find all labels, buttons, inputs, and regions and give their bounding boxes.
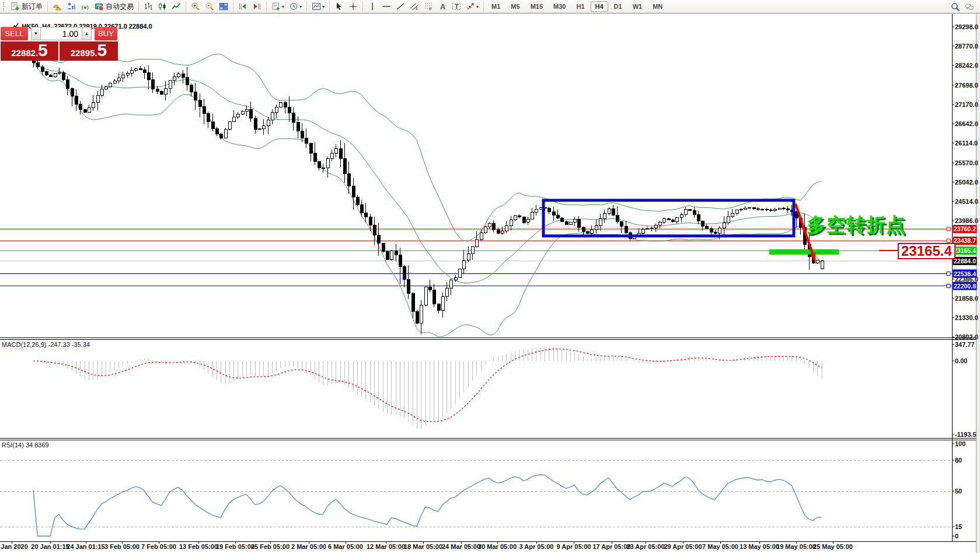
text-button[interactable]: A	[436, 1, 449, 12]
vline-button[interactable]	[366, 1, 379, 12]
volume-decrease-button[interactable]: ▼	[31, 27, 41, 40]
ask-price-big: 5	[97, 41, 107, 59]
hline-button[interactable]	[380, 1, 393, 12]
candle-chart-button[interactable]	[156, 1, 169, 12]
date-label: 17 Apr 05:00	[592, 543, 630, 550]
search-icon	[951, 2, 960, 12]
crosshair-icon	[348, 2, 358, 11]
date-label: 3 Feb 05:00	[104, 543, 139, 550]
line-chart-button[interactable]	[170, 1, 183, 12]
linechart-icon	[172, 2, 181, 11]
toolbar-separator	[138, 1, 139, 12]
date-label: 19 Feb 05:00	[216, 543, 254, 550]
templates-button[interactable]: ▾	[310, 1, 326, 12]
volume-input[interactable]: 1.00	[41, 27, 82, 40]
chart-shift-button[interactable]	[250, 1, 263, 12]
volume-increase-button[interactable]: ▲	[82, 27, 92, 40]
bar-chart-button[interactable]	[142, 1, 155, 12]
price-tick-label: 21858.0	[955, 295, 978, 302]
chat-button[interactable]	[963, 1, 976, 13]
ask-price-main: 22895.	[71, 44, 97, 58]
zoomout-icon	[205, 2, 214, 11]
doc-plus-icon	[11, 2, 20, 11]
chart-canvas[interactable]: 29298.028770.028242.027698.027170.026642…	[0, 0, 980, 553]
timeframe-m30-button[interactable]: M30	[549, 1, 570, 12]
price-tick-label: 25570.0	[955, 159, 978, 166]
date-label: 4 Jan 2020	[0, 543, 28, 550]
timeframe-m1-button[interactable]: M1	[487, 1, 505, 12]
rsi-tick-label: 15	[955, 523, 962, 530]
funds-icon	[67, 2, 76, 11]
timeframe-d1-button[interactable]: D1	[609, 1, 627, 12]
price-level-badge: 22200.8	[954, 283, 976, 290]
date-label: 13 Feb 05:00	[179, 543, 218, 550]
signal-icon	[81, 2, 90, 11]
price-tick-label: 29298.0	[955, 23, 978, 30]
toolbar-grip[interactable]	[3, 2, 6, 11]
price-tick-label: 25042.0	[955, 179, 978, 186]
timeframe-w1-button[interactable]: W1	[628, 1, 647, 12]
price-tick-label: 27170.0	[955, 101, 978, 108]
search-button[interactable]	[949, 1, 962, 13]
cursor-button[interactable]	[333, 1, 346, 12]
level-price-label: 23165.4	[898, 243, 955, 259]
clock-icon	[289, 2, 298, 11]
text-label-button[interactable]: T	[450, 1, 463, 12]
auto-scroll-button[interactable]	[236, 1, 249, 12]
tiles-icon	[219, 2, 228, 11]
toolbar-separator	[233, 1, 233, 12]
svg-text:F: F	[430, 7, 432, 11]
date-label: 24 Mar 05:00	[442, 543, 480, 550]
date-label: 24 Jan 01:15	[67, 543, 104, 550]
date-label: 9 Apr 05:00	[557, 543, 591, 550]
new-chart-button[interactable]: ▾	[270, 1, 286, 12]
autotrading-button[interactable]: 自动交易	[93, 1, 135, 12]
channel-button[interactable]: E	[408, 1, 421, 12]
gold-icon	[53, 2, 62, 11]
cursor-icon	[334, 2, 344, 11]
date-label: 25 Feb 05:00	[251, 543, 290, 550]
toolbar-separator	[186, 1, 186, 12]
bid-price-main: 22882.	[11, 44, 38, 58]
gold-button[interactable]	[51, 1, 64, 12]
zoom-out-button[interactable]	[203, 1, 216, 12]
signal-button[interactable]	[79, 1, 92, 12]
newchart-icon	[271, 2, 281, 11]
timeframe-h1-button[interactable]: H1	[571, 1, 589, 12]
buy-button[interactable]: BUY	[95, 27, 117, 40]
bars-icon	[144, 2, 153, 11]
macd-tick-label: 347.77	[955, 341, 975, 348]
timeframe-mn-button[interactable]: MN	[648, 1, 667, 12]
profiles-button[interactable]: ▾	[287, 1, 304, 12]
rsi-tick-label: 100	[955, 440, 965, 447]
new-order-button[interactable]: 新订单	[9, 1, 44, 12]
templates-icon	[312, 2, 321, 11]
rsi-indicator-label: RSI(14) 34.8369	[2, 441, 49, 448]
trendline-button[interactable]	[394, 1, 407, 12]
date-label: 19 May 05:00	[776, 543, 816, 550]
fibonacci-button[interactable]: F	[422, 1, 435, 12]
crosshair-button[interactable]	[347, 1, 360, 12]
price-tick-label: 20802.0	[955, 333, 978, 340]
date-label: 2 Mar 05:00	[291, 543, 326, 550]
date-label: 6 Mar 05:00	[328, 543, 363, 550]
tile-windows-button[interactable]	[217, 1, 230, 12]
autotrading-button-label: 自动交易	[106, 2, 134, 12]
channel-icon: E	[410, 2, 419, 11]
timeframe-m15-button[interactable]: M15	[526, 1, 547, 12]
arrows-button[interactable]: ▾	[464, 1, 480, 12]
toolbar-separator	[483, 1, 484, 12]
funds-button[interactable]	[65, 1, 78, 12]
macd-indicator-label: MACD(12,26,9) -247.33 -35.34	[2, 341, 90, 348]
bid-price-big: 5	[38, 41, 48, 59]
rsi-tick-label: 50	[955, 488, 962, 495]
timeframe-h4-button[interactable]: H4	[591, 1, 608, 12]
svg-text:A: A	[440, 2, 446, 11]
sell-button[interactable]: SELL	[1, 27, 28, 40]
chevron-down-icon: ▾	[322, 4, 325, 9]
zoom-in-button[interactable]	[189, 1, 202, 12]
date-label: 23 Apr 05:00	[626, 543, 664, 550]
svg-text:E: E	[416, 6, 418, 11]
bid-price: 22882.5	[1, 41, 58, 61]
timeframe-m5-button[interactable]: M5	[506, 1, 524, 12]
